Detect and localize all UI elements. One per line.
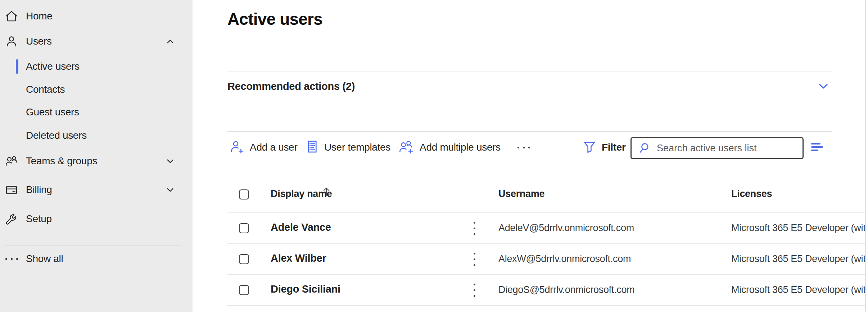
user-templates-button[interactable]: User templates — [305, 137, 390, 158]
recommended-actions-heading[interactable]: Recommended actions (2) — [227, 81, 355, 92]
chevron-down-icon[interactable] — [164, 184, 176, 196]
row-checkbox[interactable] — [239, 285, 249, 295]
filter-button[interactable]: Filter — [582, 137, 626, 158]
add-a-user-label: Add a user — [250, 142, 297, 153]
sidebar-item-active-users[interactable]: Active users — [0, 56, 193, 77]
more-actions-button[interactable] — [517, 137, 530, 158]
add-multiple-users-label: Add multiple users — [420, 142, 501, 153]
row-checkbox[interactable] — [239, 223, 249, 233]
sidebar-item-label: Guest users — [26, 106, 79, 118]
user-templates-label: User templates — [324, 142, 390, 153]
add-a-user-button[interactable]: Add a user — [230, 137, 297, 158]
sort-ascending-arrow-icon — [322, 186, 330, 198]
sidebar-item-deleted-users[interactable]: Deleted users — [0, 125, 193, 146]
cell-display-name[interactable]: Alex Wilber — [271, 252, 326, 264]
table-row[interactable]: Diego Siciliani DiegoS@5drrlv.onmicrosof… — [0, 275, 865, 306]
content-right-edge — [865, 0, 866, 312]
row-more-kebab-icon[interactable] — [471, 251, 477, 267]
sidebar-item-label: Contacts — [26, 84, 65, 95]
selected-indicator — [16, 59, 18, 74]
admin-center-active-users-page: Home Users Active users Contacts Guest — [0, 0, 868, 312]
row-checkbox[interactable] — [239, 254, 249, 264]
people-add-icon — [398, 139, 415, 156]
home-icon — [4, 9, 19, 23]
cell-username: AlexW@5drrlv.onmicrosoft.com — [498, 253, 631, 265]
cell-licenses: Microsoft 365 E5 Developer (withou — [731, 222, 865, 234]
more-ellipsis-icon — [517, 147, 530, 148]
chevron-down-icon[interactable] — [815, 78, 831, 94]
row-more-kebab-icon[interactable] — [471, 282, 477, 298]
divider — [227, 131, 832, 132]
chevron-down-icon[interactable] — [164, 155, 176, 167]
sidebar-item-home[interactable]: Home — [0, 6, 193, 26]
cell-licenses: Microsoft 365 E5 Developer (withou — [731, 284, 865, 295]
row-more-kebab-icon[interactable] — [471, 220, 477, 237]
sidebar-item-guest-users[interactable]: Guest users — [0, 102, 193, 122]
page-title: Active users — [227, 9, 322, 29]
cell-username: AdeleV@5drrlv.onmicrosoft.com — [498, 222, 634, 234]
sidebar-item-label: Home — [26, 10, 53, 22]
search-icon — [639, 142, 652, 155]
sidebar-item-contacts[interactable]: Contacts — [0, 79, 193, 100]
select-all-checkbox[interactable] — [239, 189, 249, 199]
column-header-username[interactable]: Username — [498, 188, 544, 199]
add-multiple-users-button[interactable]: Add multiple users — [398, 137, 501, 158]
person-icon — [4, 34, 19, 49]
sidebar-item-teams-groups[interactable]: Teams & groups — [0, 151, 193, 171]
sidebar-item-label: Deleted users — [26, 130, 87, 141]
sidebar-item-label: Billing — [26, 184, 52, 196]
cell-display-name[interactable]: Adele Vance — [271, 221, 331, 233]
template-list-icon — [305, 139, 319, 155]
table-row[interactable]: Alex Wilber AlexW@5drrlv.onmicrosoft.com… — [0, 244, 865, 275]
cell-username: DiegoS@5drrlv.onmicrosoft.com — [498, 284, 634, 295]
sidebar-item-billing[interactable]: Billing — [0, 180, 193, 200]
cell-display-name[interactable]: Diego Siciliani — [271, 283, 340, 295]
divider — [227, 72, 832, 72]
cell-licenses: Microsoft 365 E5 Developer (withou — [731, 253, 865, 265]
people-icon — [4, 154, 19, 168]
sidebar-item-label: Active users — [26, 61, 80, 72]
filter-funnel-icon — [582, 139, 597, 155]
credit-card-icon — [4, 183, 19, 197]
person-add-icon — [230, 139, 245, 156]
chevron-up-icon[interactable] — [164, 35, 176, 47]
search-box — [630, 137, 804, 159]
filter-label: Filter — [602, 142, 626, 153]
table-row[interactable]: Adele Vance AdeleV@5drrlv.onmicrosoft.co… — [0, 213, 865, 244]
sidebar-item-label: Users — [26, 36, 52, 47]
sort-lines-icon[interactable] — [811, 143, 823, 152]
search-input[interactable] — [657, 143, 786, 154]
sidebar-item-label: Teams & groups — [26, 155, 97, 167]
column-header-licenses[interactable]: Licenses — [731, 188, 772, 199]
sidebar-item-users[interactable]: Users — [0, 31, 193, 51]
row-divider — [227, 305, 865, 306]
